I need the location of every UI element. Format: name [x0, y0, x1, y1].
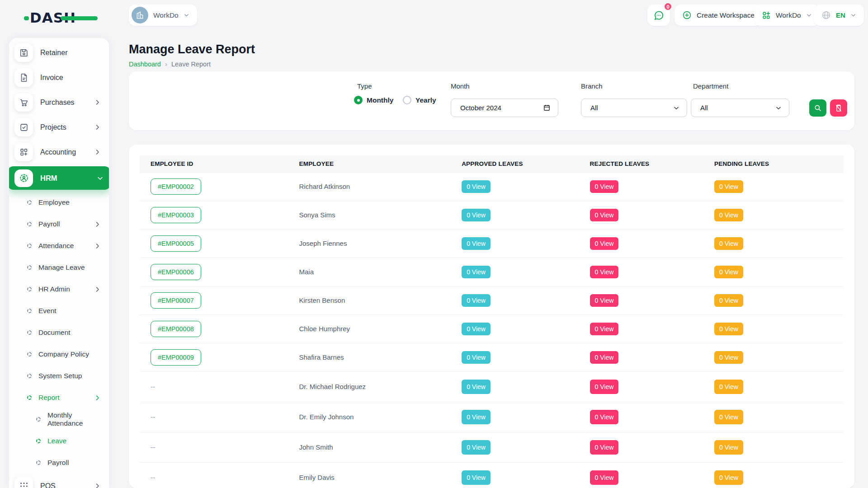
rejected-leaves-badge[interactable]: 0 View — [590, 323, 619, 335]
approved-leaves-badge[interactable]: 0 View — [462, 266, 491, 278]
sidebar-item-company-policy[interactable]: Company Policy — [9, 343, 109, 365]
pending-leaves-badge[interactable]: 0 View — [714, 180, 743, 193]
sidebar-item-monthly-attendance[interactable]: Monthly Attendance — [9, 408, 109, 430]
breadcrumb-dashboard-link[interactable]: Dashboard — [129, 61, 161, 68]
sidebar-item-manage-leave[interactable]: Manage Leave — [9, 257, 109, 278]
sidebar-item-retainer[interactable]: Retainer — [9, 40, 109, 65]
employee-name: Richard Atkinson — [299, 183, 350, 190]
pending-leaves-badge[interactable]: 0 View — [714, 266, 743, 278]
bullet-icon — [27, 374, 32, 378]
radio-monthly[interactable]: Monthly — [354, 96, 393, 104]
employee-name: Shafira Barnes — [299, 353, 344, 361]
department-select[interactable]: All — [691, 99, 789, 117]
pending-leaves-badge[interactable]: 0 View — [714, 237, 743, 250]
filter-card: Type Monthly Yearly Month October 2024 B… — [129, 71, 854, 130]
sidebar-item-label: POS — [40, 482, 56, 488]
pending-leaves-badge[interactable]: 0 View — [714, 294, 743, 307]
search-button[interactable] — [809, 99, 826, 117]
sidebar-item-payroll[interactable]: Payroll — [9, 213, 109, 235]
employee-id-pill[interactable]: #EMP00003 — [151, 207, 201, 223]
month-input[interactable]: October 2024 — [451, 99, 558, 117]
language-menu[interactable]: EN — [814, 5, 864, 26]
rejected-leaves-badge[interactable]: 0 View — [590, 266, 619, 278]
rejected-leaves-badge[interactable]: 0 View — [590, 294, 619, 307]
table-row: #EMP00005 Joseph Fiennes 0 View 0 View 0… — [140, 230, 844, 258]
approved-leaves-badge[interactable]: 0 View — [462, 180, 491, 193]
sidebar-item-system-setup[interactable]: System Setup — [9, 365, 109, 387]
sidebar-item-label: Report — [38, 394, 60, 402]
dots-grid-icon — [14, 477, 33, 488]
sidebar-item-pos[interactable]: POS — [9, 474, 109, 488]
sidebar-item-report[interactable]: Report — [9, 387, 109, 408]
approved-leaves-badge[interactable]: 0 View — [462, 323, 491, 335]
workspace-switcher[interactable]: WorkDo — [129, 5, 197, 26]
rejected-leaves-badge[interactable]: 0 View — [590, 410, 619, 424]
sidebar-item-event[interactable]: Event — [9, 300, 109, 322]
chat-badge: 0 — [664, 2, 672, 11]
sidebar-item-leave[interactable]: Leave — [9, 430, 109, 452]
approved-leaves-badge[interactable]: 0 View — [462, 237, 491, 250]
sidebar-item-accounting[interactable]: Accounting — [9, 140, 109, 164]
rejected-leaves-badge[interactable]: 0 View — [590, 351, 619, 364]
sidebar-item-label: Invoice — [40, 74, 63, 82]
radio-yearly[interactable]: Yearly — [403, 96, 436, 104]
sidebar-item-hrm[interactable]: HRM — [9, 166, 109, 190]
chevron-right-icon — [94, 221, 101, 228]
rejected-leaves-badge[interactable]: 0 View — [590, 470, 619, 485]
sidebar-item-employee[interactable]: Employee — [9, 192, 109, 213]
rejected-leaves-badge[interactable]: 0 View — [590, 237, 619, 250]
sidebar-item-hr-admin[interactable]: HR Admin — [9, 278, 109, 300]
employee-id-pill[interactable]: #EMP00008 — [151, 321, 201, 337]
rejected-leaves-badge[interactable]: 0 View — [590, 380, 619, 394]
employee-id-empty: -- — [151, 413, 155, 421]
reset-button[interactable] — [830, 99, 847, 117]
logo[interactable]: DASH — [30, 9, 76, 26]
pending-leaves-badge[interactable]: 0 View — [714, 351, 743, 364]
table-row: #EMP00002 Richard Atkinson 0 View 0 View… — [140, 173, 844, 201]
pending-leaves-badge[interactable]: 0 View — [714, 209, 743, 221]
approved-leaves-badge[interactable]: 0 View — [462, 410, 491, 424]
building-icon — [135, 10, 145, 20]
sidebar-item-label: HRM — [40, 174, 57, 183]
sidebar-item-label: System Setup — [38, 372, 82, 380]
workspace-avatar — [132, 7, 148, 23]
chevron-right-icon — [94, 483, 101, 488]
rejected-leaves-badge[interactable]: 0 View — [590, 180, 619, 193]
rejected-leaves-badge[interactable]: 0 View — [590, 440, 619, 455]
approved-leaves-badge[interactable]: 0 View — [462, 380, 491, 394]
chevron-down-icon — [97, 175, 104, 182]
pending-leaves-badge[interactable]: 0 View — [714, 440, 743, 455]
approved-leaves-badge[interactable]: 0 View — [462, 440, 491, 455]
approved-leaves-badge[interactable]: 0 View — [462, 209, 491, 221]
table-row: #EMP00009 Shafira Barnes 0 View 0 View 0… — [140, 343, 844, 372]
employee-id-pill[interactable]: #EMP00002 — [151, 178, 201, 195]
pending-leaves-badge[interactable]: 0 View — [714, 470, 743, 485]
approved-leaves-badge[interactable]: 0 View — [462, 470, 491, 485]
plus-circle-icon — [682, 10, 692, 20]
employee-id-pill[interactable]: #EMP00005 — [151, 235, 201, 252]
approved-leaves-badge[interactable]: 0 View — [462, 351, 491, 364]
employee-name: Dr. Michael Rodriguez — [299, 383, 366, 390]
sidebar-item-attendance[interactable]: Attendance — [9, 235, 109, 257]
pending-leaves-badge[interactable]: 0 View — [714, 323, 743, 335]
chevron-down-icon — [673, 105, 679, 111]
app-menu-button[interactable]: WorkDo — [754, 5, 820, 26]
chevron-right-icon — [94, 124, 101, 131]
employee-id-pill[interactable]: #EMP00007 — [151, 292, 201, 309]
sidebar-item-invoice[interactable]: Invoice — [9, 65, 109, 90]
employee-id-pill[interactable]: #EMP00006 — [151, 264, 201, 280]
bullet-icon — [27, 309, 32, 313]
sidebar-item-document[interactable]: Document — [9, 322, 109, 343]
pending-leaves-badge[interactable]: 0 View — [714, 380, 743, 394]
sidebar-item-payroll[interactable]: Payroll — [9, 452, 109, 474]
create-workspace-button[interactable]: Create Workspace — [675, 5, 762, 26]
rejected-leaves-badge[interactable]: 0 View — [590, 209, 619, 221]
approved-leaves-badge[interactable]: 0 View — [462, 294, 491, 307]
sidebar-item-projects[interactable]: Projects — [9, 115, 109, 140]
employee-id-pill[interactable]: #EMP00009 — [151, 349, 201, 366]
sidebar-item-purchases[interactable]: Purchases — [9, 90, 109, 115]
create-workspace-label: Create Workspace — [697, 11, 755, 19]
chat-button[interactable]: 0 — [647, 5, 670, 26]
branch-select[interactable]: All — [581, 99, 687, 117]
pending-leaves-badge[interactable]: 0 View — [714, 410, 743, 424]
